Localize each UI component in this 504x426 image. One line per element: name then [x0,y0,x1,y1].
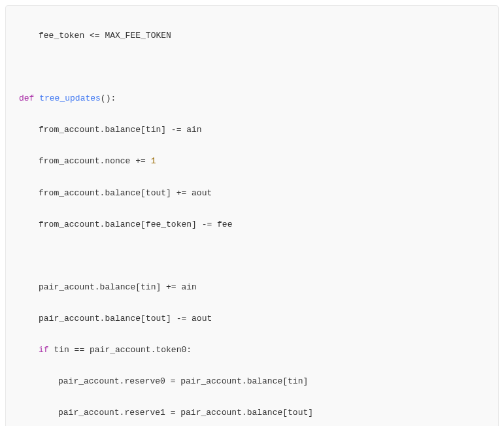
code-line: def tree_updates(): [19,91,485,106]
code-text: from_account.nonce += [39,156,151,166]
blank-line [19,59,485,75]
code-text: from_account.balance[tout] += aout [39,188,212,198]
code-line: fee_token <= MAX_FEE_TOKEN [19,28,485,44]
parens: (): [101,93,116,103]
keyword-def: def [19,93,34,103]
code-text: fee_token <= MAX_FEE_TOKEN [39,31,171,41]
code-line: pair_account.balance[tout] -= aout [19,311,485,327]
code-line: pair_acount.balance[tin] += ain [19,280,485,295]
code-line: pair_account.reserve1 = pair_account.bal… [19,405,485,421]
code-line: from_account.balance[tout] += aout [19,186,485,201]
keyword-if: if [39,345,49,355]
number-literal: 1 [151,156,156,166]
code-line: from_account.balance[tin] -= ain [19,122,485,138]
code-text: from_account.balance[fee_token] -= fee [39,220,232,229]
code-text: pair_acount.balance[tin] += ain [39,282,197,292]
code-line: pair_account.reserve0 = pair_account.bal… [19,374,485,389]
code-text: pair_account.reserve0 = pair_account.bal… [58,376,308,386]
code-line: from_account.balance[fee_token] -= fee [19,217,485,233]
code-text: pair_account.balance[tout] -= aout [39,314,212,323]
code-text: from_account.balance[tin] -= ain [39,125,202,135]
code-block: fee_token <= MAX_FEE_TOKEN def tree_upda… [5,5,499,426]
function-name: tree_updates [39,93,101,103]
blank-line [19,248,485,264]
code-line: if tin == pair_account.token0: [19,342,485,358]
code-text: pair_account.reserve1 = pair_account.bal… [58,408,313,418]
code-line: from_account.nonce += 1 [19,154,485,169]
code-text: tin == pair_account.token0: [49,345,192,355]
